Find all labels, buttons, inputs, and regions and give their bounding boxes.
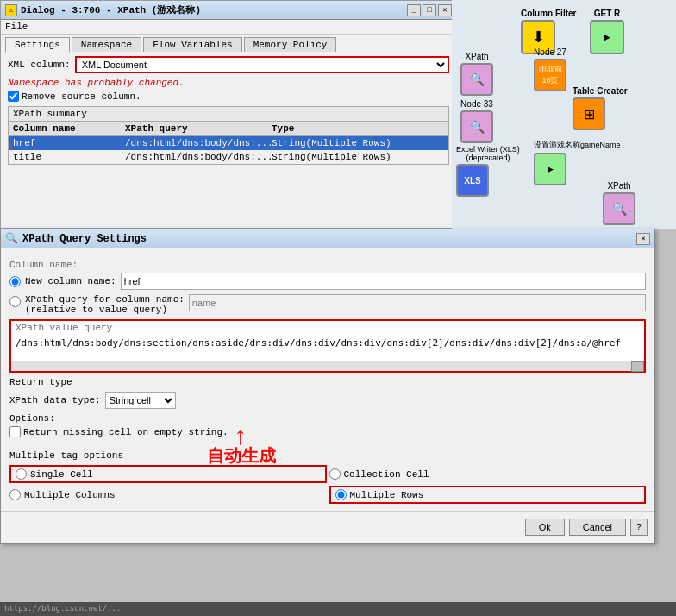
tab-flow-variables[interactable]: Flow Variables [143,37,241,52]
multiple-tag-label: Multiple tag options [9,450,646,461]
row1-col3: String(Multiple Rows) [272,138,418,148]
window-controls[interactable]: _ □ ✕ [407,4,452,16]
node-label-xpath1: XPath [460,52,493,61]
workflow-area: Column Filter ⬇ GET R ▶ XPath 🔍 Node 27 … [452,0,676,229]
node-icon-table-creator[interactable]: ⊞ [573,97,605,130]
xpath-value-query-box: XPath value query /dns:html/dns:body/dns… [9,319,646,373]
chinese-annotation: 自动生成 [207,444,276,468]
node-icon-27[interactable]: 咱取前10页 [534,59,566,91]
xpath-scrollbar[interactable] [11,361,644,371]
multiple-columns-radio[interactable] [9,489,21,500]
xpath-dialog-title: XPath Query Settings [22,233,147,245]
namespace-warning: Namespace has probably changed. [8,78,449,88]
workflow-node-table-creator: Table Creator ⊞ [573,86,628,130]
workflow-node-gamename: 设置游戏名称gameName ▶ [534,140,621,185]
scroll-thumb[interactable] [631,361,644,372]
xpath-titlebar-left: 🔍 XPath Query Settings [5,232,147,245]
table-header: Column name XPath query Type [9,122,448,136]
col-header-type: Type [272,123,418,134]
main-dialog-title: Dialog - 3:706 - XPath (游戏名称) [21,3,201,16]
table-row[interactable]: title /dns:html/dns:body/dns:... String(… [9,150,448,164]
menubar[interactable]: File [1,20,456,35]
multiple-rows-radio[interactable] [335,489,347,500]
new-column-input[interactable] [121,273,646,290]
return-type-section: Return type [9,377,646,387]
single-cell-radio[interactable] [16,468,27,480]
remove-source-label: Remove source column. [22,91,141,102]
row1-col1: href [13,138,125,148]
xpath-titlebar: 🔍 XPath Query Settings ✕ [1,229,654,248]
new-column-radio[interactable] [9,276,21,287]
node-label-33: Node 33 [460,99,493,109]
ok-button[interactable]: Ok [525,519,565,536]
return-missing-row: Return missing cell on empty string. [9,426,646,437]
xpath-query-col-label: XPath query for column name: [25,294,185,305]
collection-cell-label: Collection Cell [344,469,429,480]
remove-source-checkbox[interactable] [8,91,19,102]
column-name-section-label: Column name: [9,260,646,270]
workflow-node-xpath2: XPath 🔍 [603,181,635,225]
multiple-rows-label: Multiple Rows [350,490,424,500]
single-cell-option[interactable]: Single Cell [9,465,327,483]
multiple-columns-option[interactable]: Multiple Columns [9,486,327,504]
xpath-summary-box: XPath summary Column name XPath query Ty… [8,106,449,165]
workflow-node-excel: Excel Writer (XLS)(deprecated) XLS [456,145,520,197]
workflow-node-33: Node 33 🔍 [460,99,493,143]
xpath-summary-title: XPath summary [9,107,448,122]
file-menu[interactable]: File [5,22,28,32]
collection-cell-radio[interactable] [329,468,341,480]
row2-col3: String(Multiple Rows) [272,152,418,162]
node-icon-getr[interactable]: ▶ [590,20,624,54]
xpath-col-label-group: XPath query for column name: (relative t… [25,294,185,315]
xpath-query-dialog: 🔍 XPath Query Settings ✕ Column name: Ne… [0,229,655,544]
xpath-col-radio[interactable] [9,296,21,307]
node-icon-33[interactable]: 🔍 [460,110,493,143]
tab-bar: Settings Namespace Flow Variables Memory… [1,35,456,52]
collection-cell-option[interactable]: Collection Cell [329,465,647,483]
multiple-columns-label: Multiple Columns [24,490,116,500]
settings-content: XML column: XML Document Namespace has p… [1,52,456,173]
table-row[interactable]: href /dns:html/dns:body/dns:... String(M… [9,136,448,150]
xml-column-label: XML column: [8,60,71,70]
xml-column-select[interactable]: XML Document [75,56,449,73]
row1-col2: /dns:html/dns:body/dns:... [125,138,272,148]
options-label: Options: [9,413,646,424]
xpath-data-type-select[interactable]: String cell Boolean cell Long cell Doubl… [105,392,176,409]
tab-memory-policy[interactable]: Memory Policy [244,37,337,52]
xml-column-row: XML column: XML Document [8,56,449,73]
tab-settings[interactable]: Settings [5,37,70,53]
col-header-query: XPath query [125,123,272,134]
node-label-gamename: 设置游戏名称gameName [534,140,621,151]
tab-namespace[interactable]: Namespace [72,37,141,52]
dialog-icon: ⚠ [5,4,17,16]
multiple-rows-option[interactable]: Multiple Rows [329,486,647,504]
xpath-close-button[interactable]: ✕ [636,233,650,245]
node-icon-xpath1[interactable]: 🔍 [460,63,493,96]
xpath-data-type-label: XPath data type: [9,395,101,405]
main-dialog: ⚠ Dialog - 3:706 - XPath (游戏名称) _ □ ✕ Fi… [0,0,457,229]
xpath-value-content[interactable]: /dns:html/dns:body/dns:section/dns:aside… [11,335,644,361]
maximize-button[interactable]: □ [422,4,436,16]
node-label-getr: GET R [590,9,624,18]
xpath-icon: 🔍 [5,232,18,245]
node-icon-gamename[interactable]: ▶ [534,153,566,185]
multiple-tag-section: Multiple tag options Single Cell Collect… [9,446,646,504]
xpath-query-col-sublabel: (relative to value query) [25,305,185,315]
node-label-table-creator: Table Creator [573,86,628,96]
workflow-node-27: Node 27 咱取前10页 [534,47,566,91]
status-bar: https://blog.csdn.net/... [0,602,676,616]
return-missing-label: Return missing cell on empty string. [23,427,228,437]
row2-col2: /dns:html/dns:body/dns:... [125,152,272,162]
node-icon-xpath2[interactable]: 🔍 [603,192,635,225]
minimize-button[interactable]: _ [407,4,421,16]
node-icon-excel[interactable]: XLS [456,164,489,197]
help-button[interactable]: ? [630,519,648,536]
return-missing-checkbox[interactable] [9,426,21,437]
col-header-name: Column name [13,123,125,134]
xpath-data-type-row: XPath data type: String cell Boolean cel… [9,392,646,409]
workflow-node-getr: GET R ▶ [590,9,624,54]
cancel-button[interactable]: Cancel [569,519,626,536]
node-label-xpath2: XPath [603,181,635,191]
close-button[interactable]: ✕ [438,4,452,16]
url-text: https://blog.csdn.net/... [4,604,121,613]
